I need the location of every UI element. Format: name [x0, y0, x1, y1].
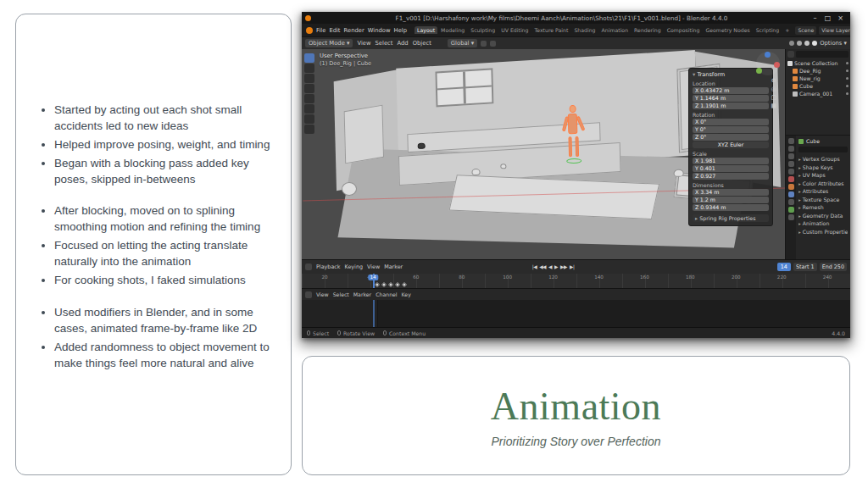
keying-menu[interactable]: Keying [345, 263, 363, 270]
physics-properties-icon[interactable] [788, 199, 794, 205]
outliner-search-input[interactable] [796, 51, 849, 58]
tab-sculpting[interactable]: Sculpting [468, 26, 498, 34]
scale-tool-icon[interactable] [304, 94, 314, 103]
rotation-z-field[interactable]: Z 0° [693, 134, 769, 141]
world-properties-icon[interactable] [788, 176, 794, 182]
scene-properties-icon[interactable] [788, 169, 794, 175]
tab-animation[interactable]: Animation [599, 26, 632, 34]
dimensions-x-field[interactable]: X 3.34 m [693, 189, 769, 196]
move-tool-icon[interactable] [304, 74, 314, 83]
options-menu[interactable]: Options ▾ [820, 40, 847, 47]
tool-properties-icon[interactable] [788, 138, 794, 144]
snap-magnet-icon[interactable] [481, 41, 487, 47]
keyframe-diamond[interactable] [382, 282, 387, 287]
render-properties-icon[interactable] [788, 146, 794, 152]
keyframe-diamond[interactable] [396, 282, 401, 287]
spring-rig-properties-panel[interactable]: ▸ Spring Rig Properties [693, 214, 769, 222]
output-properties-icon[interactable] [788, 153, 794, 159]
rig-root-widget[interactable] [566, 158, 581, 164]
editor-type-icon[interactable] [305, 291, 312, 298]
visibility-toggle-icon[interactable] [846, 92, 849, 95]
axis-y-handle[interactable] [756, 68, 762, 74]
section-vertex-groups[interactable]: ▸Vertex Groups [798, 155, 848, 164]
object-properties-icon[interactable] [788, 184, 794, 190]
jump-to-start-button[interactable]: |◀ [532, 264, 537, 269]
close-button[interactable]: × [834, 14, 847, 22]
keyframe-diamond[interactable] [376, 282, 381, 287]
next-keyframe-button[interactable]: ▶▶ [560, 264, 567, 269]
prev-keyframe-button[interactable]: ◀◀ [539, 264, 546, 269]
character-rig-selected[interactable] [561, 105, 585, 177]
menu-render[interactable]: Render [344, 27, 364, 34]
select-tool-icon[interactable] [304, 53, 314, 63]
location-x-field[interactable]: X 0.43472 m [693, 87, 769, 94]
toggle-ortho-icon[interactable]: ▦ [771, 103, 776, 109]
outliner-row-camera[interactable]: Camera_001 [787, 90, 849, 97]
blender-menu-icon[interactable] [306, 27, 313, 34]
dimensions-z-field[interactable]: Z 0.9344 m [693, 204, 769, 211]
scale-x-field[interactable]: X 1.981 [693, 158, 769, 164]
current-frame-field[interactable]: 14 [777, 263, 791, 271]
section-custom-properties[interactable]: ▸Custom Properties [798, 228, 848, 236]
cursor-tool-icon[interactable] [304, 64, 314, 73]
section-color-attributes[interactable]: ▸Color Attributes [798, 180, 848, 188]
tab-geometry-nodes[interactable]: Geometry Nodes [703, 26, 752, 34]
tab-rendering[interactable]: Rendering [632, 26, 664, 34]
pan-icon[interactable]: ◎ [771, 86, 776, 92]
visibility-toggle-icon[interactable] [846, 77, 849, 80]
play-button[interactable]: ▶ [554, 264, 558, 269]
tab-shading[interactable]: Shading [571, 26, 598, 34]
material-properties-icon[interactable] [788, 214, 794, 220]
outliner-row-dee-rig[interactable]: Dee_Rig [787, 67, 849, 75]
add-menu[interactable]: Add [398, 40, 409, 47]
visibility-toggle-icon[interactable] [846, 62, 849, 64]
material-shading-icon[interactable] [804, 41, 810, 46]
orientation-select[interactable]: Global ▾ [448, 39, 477, 47]
outliner-row-cube[interactable]: Cube [787, 82, 849, 90]
end-frame-field[interactable]: End250 [820, 263, 847, 271]
viewport-3d[interactable]: User Perspective (1) Dee_Rig | Cube ⊕ ◎ [302, 49, 785, 259]
keyframe-diamond[interactable] [403, 282, 408, 287]
maximize-button[interactable]: □ [821, 14, 834, 22]
section-shape-keys[interactable]: ▸Shape Keys [798, 164, 848, 172]
tab-scripting[interactable]: Scripting [754, 26, 782, 34]
rotate-tool-icon[interactable] [304, 84, 314, 93]
menu-edit[interactable]: Edit [329, 27, 340, 34]
playhead[interactable] [373, 300, 375, 327]
menu-window[interactable]: Window [368, 27, 391, 34]
location-z-field[interactable]: Z 1.1901 m [693, 103, 769, 109]
visibility-toggle-icon[interactable] [846, 85, 849, 87]
menu-file[interactable]: File [316, 27, 326, 34]
mode-select[interactable]: Object Mode ▾ [305, 39, 353, 47]
camera-view-icon[interactable]: ▢ [771, 95, 776, 101]
tab-modeling[interactable]: Modeling [438, 26, 467, 34]
transform-tool-icon[interactable] [304, 104, 314, 114]
scale-y-field[interactable]: Y 0.401 [693, 165, 769, 172]
tab-texture-paint[interactable]: Texture Paint [531, 26, 570, 34]
ds-view-menu[interactable]: View [316, 291, 329, 297]
annotate-tool-icon[interactable] [304, 114, 314, 124]
rotation-mode-select[interactable]: XYZ Euler [693, 141, 769, 148]
ds-channel-menu[interactable]: Channel [376, 291, 397, 297]
properties-search-input[interactable] [798, 147, 848, 152]
minimize-button[interactable]: – [809, 14, 821, 22]
tab-add-workspace[interactable]: + [782, 26, 792, 34]
ds-key-menu[interactable]: Key [402, 291, 411, 297]
filter-icon[interactable] [787, 51, 794, 58]
outliner-row-new-rig[interactable]: New_rig [787, 75, 849, 82]
playback-menu[interactable]: Playback [316, 263, 341, 270]
section-texture-space[interactable]: ▸Texture Space [798, 196, 848, 204]
rotation-y-field[interactable]: Y 0° [693, 126, 769, 133]
timeline-view-menu[interactable]: View [367, 263, 380, 270]
section-animation[interactable]: ▸Animation [798, 219, 848, 228]
outliner-row-scene-collection[interactable]: Scene Collection [787, 59, 849, 67]
tab-compositing[interactable]: Compositing [665, 26, 703, 34]
location-y-field[interactable]: Y 1.1464 m [693, 95, 769, 102]
zoom-icon[interactable]: ⊕ [771, 78, 776, 84]
marker-menu[interactable]: Marker [384, 263, 403, 270]
editor-type-icon[interactable] [305, 263, 312, 270]
view-layer-select[interactable]: View Layer [819, 26, 850, 35]
solid-shading-icon[interactable] [797, 41, 802, 46]
tab-layout[interactable]: Layout [415, 26, 437, 34]
axis-x-handle[interactable] [774, 62, 780, 68]
